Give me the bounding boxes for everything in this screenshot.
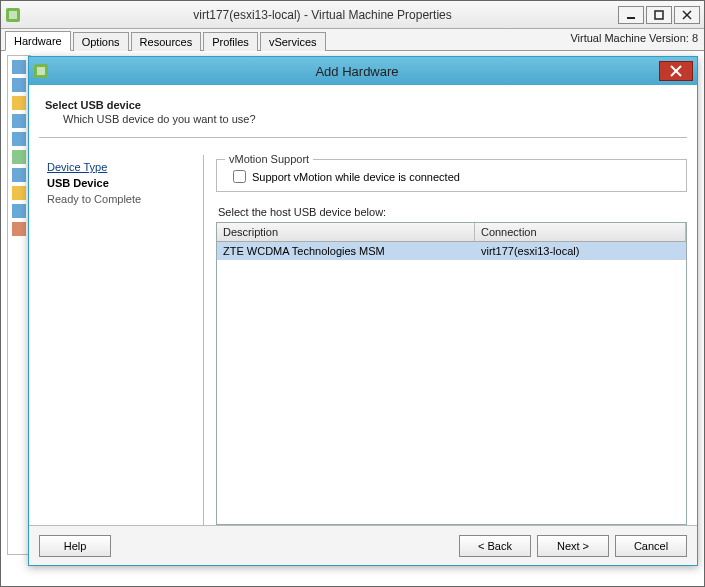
vsphere-icon [33,63,49,79]
svg-rect-9 [12,114,26,128]
nav-usb-device: USB Device [47,177,191,189]
step-title: Select USB device [45,99,681,111]
device-icon [12,96,26,110]
svg-rect-6 [12,60,26,74]
vmotion-groupbox: vMotion Support Support vMotion while de… [216,159,687,192]
vmotion-checkbox-label: Support vMotion while device is connecte… [252,171,460,183]
svg-rect-11 [12,150,26,164]
cell-connection: virt177(esxi13-local) [475,242,686,260]
vsphere-icon [5,7,21,23]
device-icon [12,168,26,182]
tab-options[interactable]: Options [73,32,129,51]
tab-vservices[interactable]: vServices [260,32,326,51]
help-button[interactable]: Help [39,535,111,557]
dialog-close-button[interactable] [659,61,693,81]
vmotion-checkbox[interactable] [233,170,246,183]
usb-list-label: Select the host USB device below: [218,206,687,218]
dialog-footer: Help < Back Next > Cancel [29,525,697,565]
parent-tabs: Hardware Options Resources Profiles vSer… [1,29,704,51]
svg-rect-7 [12,78,26,92]
minimize-button[interactable] [618,6,644,24]
dialog-titlebar: Add Hardware [29,57,697,85]
cancel-button[interactable]: Cancel [615,535,687,557]
svg-rect-17 [37,67,45,75]
device-icon [12,60,26,74]
nav-device-type[interactable]: Device Type [47,161,191,173]
tab-hardware[interactable]: Hardware [5,31,71,51]
device-icon [12,132,26,146]
table-body[interactable]: ZTE WCDMA Technologies MSM virt177(esxi1… [217,242,686,524]
device-icon [12,78,26,92]
device-icon [12,150,26,164]
dialog-title: Add Hardware [55,64,659,79]
svg-rect-8 [12,96,26,110]
svg-rect-3 [655,11,663,19]
usb-device-table: Description Connection ZTE WCDMA Technol… [216,222,687,525]
parent-titlebar: virt177(esxi13-local) - Virtual Machine … [1,1,704,29]
cell-description: ZTE WCDMA Technologies MSM [217,242,475,260]
vm-version-label: Virtual Machine Version: 8 [570,32,698,44]
step-subtitle: Which USB device do you want to use? [63,113,681,125]
svg-rect-10 [12,132,26,146]
add-hardware-dialog: Add Hardware Select USB device Which USB… [28,56,698,566]
tab-profiles[interactable]: Profiles [203,32,258,51]
close-button[interactable] [674,6,700,24]
wizard-content: vMotion Support Support vMotion while de… [208,155,687,525]
svg-rect-13 [12,186,26,200]
divider [39,137,687,138]
col-connection[interactable]: Connection [475,223,686,241]
wizard-columns: Device Type USB Device Ready to Complete… [39,155,687,525]
svg-rect-12 [12,168,26,182]
next-button[interactable]: Next > [537,535,609,557]
device-icon [12,186,26,200]
table-row[interactable]: ZTE WCDMA Technologies MSM virt177(esxi1… [217,242,686,260]
svg-rect-14 [12,204,26,218]
device-icon [12,114,26,128]
wizard-nav: Device Type USB Device Ready to Complete [39,155,199,525]
back-button[interactable]: < Back [459,535,531,557]
maximize-button[interactable] [646,6,672,24]
vmotion-checkbox-row[interactable]: Support vMotion while device is connecte… [225,170,678,183]
nav-ready-to-complete: Ready to Complete [47,193,191,205]
dialog-body: Select USB device Which USB device do yo… [29,85,697,525]
svg-rect-15 [12,222,26,236]
col-description[interactable]: Description [217,223,475,241]
table-header: Description Connection [217,223,686,242]
vmotion-legend: vMotion Support [225,153,313,165]
device-icon [12,204,26,218]
footer-right: < Back Next > Cancel [459,535,687,557]
parent-window-controls [618,6,700,24]
svg-rect-1 [9,11,17,19]
device-icon [12,222,26,236]
step-header: Select USB device Which USB device do yo… [39,93,687,135]
vertical-divider [203,155,204,525]
tab-resources[interactable]: Resources [131,32,202,51]
parent-window-title: virt177(esxi13-local) - Virtual Machine … [27,8,618,22]
